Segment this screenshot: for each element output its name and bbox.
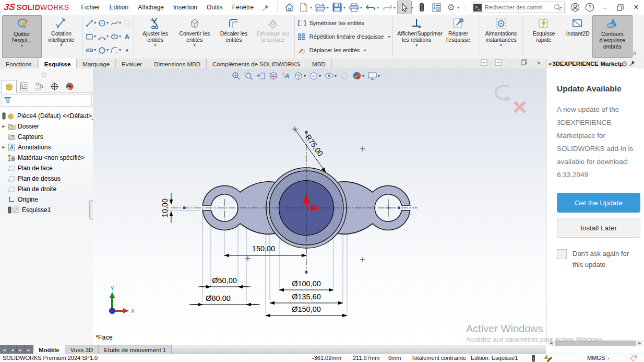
dimension-dia50[interactable]: Ø50,00 (198, 276, 251, 287)
new-document-icon[interactable] (297, 1, 311, 14)
tab-configurationmanager-icon[interactable] (32, 80, 47, 93)
tab-modele[interactable]: Modèle (33, 345, 65, 354)
mirror-entities-button[interactable]: Symétriser les entités (297, 16, 390, 30)
dimension-dia80[interactable]: Ø80,00 (189, 294, 260, 305)
tab-fonctions[interactable]: Fonctions (0, 59, 38, 69)
menu-fenetre[interactable]: Fenêtre (228, 0, 258, 15)
sketch-edit-pencil-icon[interactable]: ! (543, 354, 552, 362)
last-tab-icon[interactable]: ▶| (25, 345, 33, 354)
tab-dimxpertmanager-icon[interactable] (47, 80, 62, 93)
first-tab-icon[interactable]: |◀ (0, 345, 8, 354)
split-pane-left-icon[interactable] (481, 59, 487, 68)
ellipse-tool-icon[interactable]: ▾ (110, 32, 122, 41)
close-document-icon[interactable]: × (536, 59, 541, 68)
redo-dropdown-caret[interactable]: ▾ (393, 5, 396, 10)
shaded-sketch-contours-button[interactable]: Contours d'esquisse ombrés (592, 15, 633, 58)
tree-item-origine[interactable]: Origine (0, 194, 93, 205)
taskpane-collapse-icon[interactable]: « (548, 61, 552, 67)
menu-edition[interactable]: Edition (104, 0, 133, 15)
quick-sketch-button[interactable]: Esquisse rapide (524, 15, 563, 58)
taskpane-pin-icon[interactable] (629, 60, 636, 67)
save-icon[interactable] (330, 1, 344, 14)
smart-dimension-caret[interactable]: ▾ (61, 43, 63, 48)
sketch-text-icon[interactable]: A (123, 32, 132, 41)
home-icon[interactable] (282, 1, 296, 14)
scroll-right-icon[interactable]: ▶ (637, 341, 643, 345)
tree-item-materiau[interactable]: Matériau <non spécifié> (0, 153, 93, 163)
print-dropdown-caret[interactable]: ▾ (360, 5, 362, 10)
file-properties-icon[interactable] (430, 1, 443, 14)
tab-dimensions-mbd[interactable]: Dimensions MBD (148, 59, 207, 69)
search-input[interactable] (484, 4, 554, 11)
collapse-ribbon-icon[interactable]: ∧ (633, 50, 637, 56)
slot-tool-icon[interactable]: ▾ (85, 46, 97, 55)
move-entities-button[interactable]: Déplacer les entités ▾ (297, 43, 390, 57)
offset-entities-button[interactable]: Décaler les entités (214, 15, 253, 58)
convert-caret[interactable]: ▾ (194, 43, 196, 48)
units-caret-icon[interactable]: ▴ (607, 356, 610, 360)
pin-menu-icon[interactable] (259, 1, 272, 14)
fillet-tool-icon[interactable]: ▾ (110, 46, 122, 55)
tab-mbd[interactable]: MBD (306, 59, 332, 69)
exit-sketch-caret[interactable]: ▾ (21, 44, 23, 48)
close-window-icon[interactable]: × (628, 1, 644, 14)
dimension-r75[interactable]: R75,00 (295, 129, 326, 172)
rebuild-icon[interactable] (415, 1, 428, 14)
instant-snaps-caret[interactable]: ▾ (500, 43, 502, 48)
display-relations-button[interactable]: Afficher/Supprimer les relations ▾ (395, 15, 438, 58)
circle-tool-icon[interactable]: ▾ (98, 19, 109, 28)
dimension-dia150[interactable]: Ø150,00 (266, 305, 347, 316)
tree-item-dossier[interactable]: ▶ Dossier (0, 121, 93, 132)
menu-affichage[interactable]: Affichage (133, 0, 169, 15)
tab-marquage[interactable]: Marquage (77, 59, 116, 69)
next-tab-icon[interactable]: ▶ (17, 345, 25, 354)
menu-insertion[interactable]: Insertion (169, 0, 202, 15)
select-dropdown-caret[interactable]: ▾ (411, 5, 413, 10)
undo-icon[interactable] (364, 1, 377, 14)
new-dropdown-caret[interactable]: ▾ (310, 5, 312, 10)
point-tool-icon[interactable] (123, 46, 132, 55)
menu-outils[interactable]: Outils (202, 0, 228, 15)
move-entities-caret[interactable]: ▾ (364, 49, 366, 53)
panel-splitter-dot[interactable] (42, 73, 46, 77)
graphics-area[interactable]: A ▾ ▾ ▾ ▾ ▾ (93, 68, 546, 345)
trim-entities-button[interactable]: Ajuster les entités ▾ (136, 15, 175, 58)
install-later-button[interactable]: Install Later (557, 218, 640, 238)
undo-dropdown-caret[interactable]: ▾ (377, 5, 379, 10)
display-relations-caret[interactable]: ▾ (415, 43, 418, 48)
polygon-tool-icon[interactable]: ▾ (98, 46, 109, 55)
search-dropdown-caret[interactable]: ▾ (560, 5, 562, 10)
restore-window-icon[interactable] (613, 1, 628, 14)
rectangle-tool-icon[interactable]: ▾ (85, 32, 97, 41)
dimension-dia135[interactable]: Ø135,60 (270, 293, 343, 303)
instant2d-button[interactable]: Instant2D (564, 15, 592, 58)
tree-item-capteurs[interactable]: Capteurs (0, 132, 93, 142)
split-pane-right-icon[interactable] (495, 59, 502, 68)
units-selector[interactable]: MMGS (587, 355, 605, 361)
expand-arrow-icon[interactable]: ▶ (0, 145, 7, 149)
tree-filter[interactable] (1, 94, 92, 107)
prev-tab-icon[interactable]: ◀ (8, 345, 17, 354)
instant-snaps-button[interactable]: Aimantations instantanées ▾ (481, 15, 520, 58)
convert-entities-button[interactable]: Convertir les entités ▾ (175, 15, 214, 58)
repair-sketch-button[interactable]: Réparer l'esquisse (438, 15, 478, 58)
expand-arrow-icon[interactable]: ▶ (0, 124, 7, 129)
tab-evaluer[interactable]: Evaluer (116, 59, 148, 69)
taskpane-gear-icon[interactable]: ⚙ (622, 60, 628, 68)
select-tool-icon[interactable] (397, 1, 412, 14)
tree-root-item[interactable]: Pièce4 (Défaut) <<Défaut>_E (0, 111, 93, 121)
open-icon[interactable] (314, 1, 327, 14)
trim-caret[interactable]: ▾ (154, 43, 157, 48)
menu-fichier[interactable]: Fichier (76, 0, 104, 15)
tab-featuremanager-icon[interactable] (2, 80, 17, 93)
tab-vues-3d[interactable]: Vues 3D (65, 345, 99, 354)
dont-ask-checkbox[interactable] (557, 249, 567, 259)
scroll-thumb[interactable] (555, 341, 636, 346)
spline-tool-icon[interactable]: ▾ (110, 19, 122, 28)
sketch-drawing[interactable]: R75,00 10,00 150,00 Ø50,00 Ø80,00 (93, 68, 546, 345)
tab-esquisse[interactable]: Esquisse (38, 59, 77, 69)
get-update-button[interactable]: Get the Update (557, 193, 640, 213)
options-dropdown-caret[interactable]: ▾ (457, 5, 459, 10)
tag-icon[interactable] (629, 354, 638, 362)
linear-pattern-button[interactable]: Répétition linéaire d'esquisse ▾ (297, 30, 390, 43)
